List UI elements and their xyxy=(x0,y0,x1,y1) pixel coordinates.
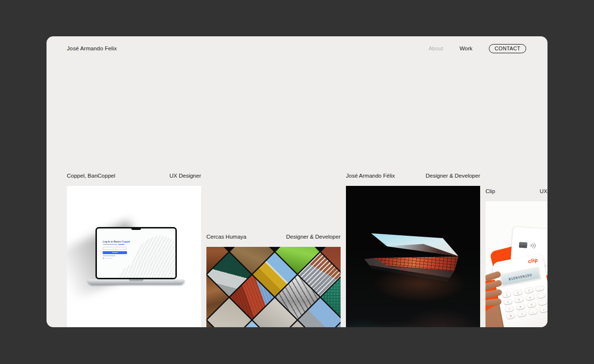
laptop-base xyxy=(88,279,185,285)
project-image-bancoppel-laptop-mockup[interactable]: Log In to Banco Coppel xyxy=(67,186,201,327)
login-button xyxy=(103,251,127,254)
nav-about[interactable]: About xyxy=(428,46,443,51)
laptop-screen-content: Log In to Banco Coppel xyxy=(97,228,175,278)
project-role: UX Designer xyxy=(540,188,547,194)
project-card-head: Coppel, BanCoppel UX Designer xyxy=(67,173,201,180)
project-title: José Armando Félix xyxy=(346,173,395,179)
page-header: José Armando Felix About Work CONTACT xyxy=(67,44,526,53)
keypad-key: 3 xyxy=(524,287,533,293)
project-image-dark-macbook-photo[interactable] xyxy=(346,186,480,327)
keypad-key: 2 xyxy=(513,289,522,296)
keypad-key: 4 xyxy=(503,298,513,305)
project-image-clip-terminal[interactable]: clip BIENVENIDO 1 2 3 4 5 6 7 8 xyxy=(485,201,547,327)
forgot-password-link xyxy=(103,256,115,257)
project-card-head: Clip UX Designer xyxy=(485,188,547,195)
keypad-back-key: ← xyxy=(528,308,538,315)
login-subtext-link xyxy=(118,244,125,245)
project-role: Designer & Developer xyxy=(286,234,341,240)
project-card-cercas-humaya[interactable]: Cercas Humaya Designer & Developer xyxy=(206,234,341,327)
keypad-key xyxy=(535,285,545,291)
keypad-cancel-key: ✕ xyxy=(506,312,516,319)
device-keypad: 1 2 3 4 5 6 7 8 9 ✕ xyxy=(502,285,547,319)
laptop-notch xyxy=(131,228,141,230)
desktop-background: José Armando Felix About Work CONTACT Co… xyxy=(0,0,594,364)
login-heading: Log In to Banco Coppel xyxy=(103,240,127,243)
keypad-ok-key: ✓ xyxy=(539,306,547,313)
contactless-icon xyxy=(532,242,536,249)
project-card-coppel[interactable]: Coppel, BanCoppel UX Designer Log In to … xyxy=(67,173,201,327)
login-form-mockup: Log In to Banco Coppel xyxy=(103,240,127,259)
nav-work[interactable]: Work xyxy=(459,46,472,51)
keypad-key xyxy=(538,299,547,305)
keypad-key xyxy=(536,292,546,299)
project-card-personal[interactable]: José Armando Félix Designer & Developer xyxy=(346,173,480,327)
keypad-key: 0 xyxy=(517,310,527,317)
project-card-clip[interactable]: Clip UX Designer clip BIENVENI xyxy=(485,188,547,327)
login-password-field xyxy=(115,247,126,250)
project-card-head: Cercas Humaya Designer & Developer xyxy=(206,234,341,241)
projects-grid: Coppel, BanCoppel UX Designer Log In to … xyxy=(67,173,547,327)
keypad-key: 5 xyxy=(514,296,524,303)
keypad-key: 1 xyxy=(502,291,512,298)
project-role: Designer & Developer xyxy=(425,173,480,179)
project-image-fence-collage[interactable] xyxy=(206,247,341,327)
device-lcd-screen: BIENVENIDO xyxy=(499,267,542,288)
project-title: Coppel, BanCoppel xyxy=(67,173,115,179)
login-inputs-row xyxy=(103,247,127,250)
keypad-key: 6 xyxy=(525,294,535,301)
clip-logo: clip xyxy=(528,257,538,264)
laptop-screen: Log In to Banco Coppel xyxy=(95,227,177,279)
brand-name[interactable]: José Armando Felix xyxy=(67,46,117,51)
keypad-key: 9 xyxy=(527,301,536,308)
contact-button[interactable]: CONTACT xyxy=(489,44,526,53)
remember-checkbox-row xyxy=(103,258,127,259)
portfolio-page: José Armando Felix About Work CONTACT Co… xyxy=(47,36,547,327)
login-subtext-line xyxy=(103,244,117,245)
project-role: UX Designer xyxy=(170,173,201,179)
project-title: Clip xyxy=(485,188,495,194)
keypad-key: 8 xyxy=(516,303,525,310)
project-card-head: José Armando Félix Designer & Developer xyxy=(346,173,480,180)
keypad-key: 7 xyxy=(504,305,514,312)
main-nav: About Work CONTACT xyxy=(428,44,526,53)
emv-chip xyxy=(519,242,528,248)
project-title: Cercas Humaya xyxy=(206,234,246,240)
macbook-reflection xyxy=(346,186,480,327)
login-username-field xyxy=(103,247,114,250)
